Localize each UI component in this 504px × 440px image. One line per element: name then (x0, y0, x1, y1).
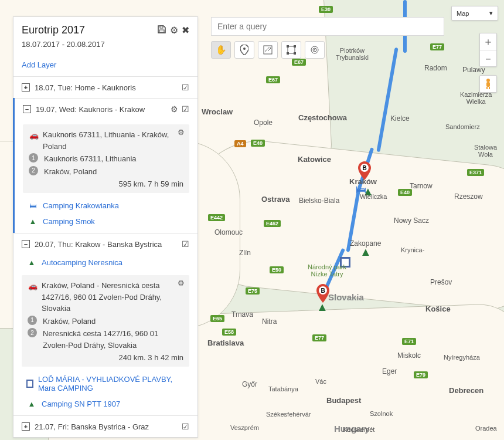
check-icon[interactable]: ☑ (182, 422, 189, 431)
marker-tool-button[interactable] (234, 41, 254, 59)
city-nyiregyhaza: Nyíregyháza (444, 354, 480, 361)
svg-rect-5 (486, 82, 490, 87)
square-icon (26, 380, 33, 388)
city-krakow: Kraków (349, 177, 377, 186)
check-icon[interactable]: ☑ (182, 104, 189, 114)
day-label: 20.07, Thu: Krakow - Banska Bystrica (35, 240, 162, 249)
poi-link[interactable]: Autocamping Neresnica (42, 258, 122, 267)
car-icon: 🚗 (28, 280, 38, 292)
svg-point-4 (486, 79, 490, 82)
day-label: 21.07, Fri: Banska Bystrica - Graz (35, 422, 149, 431)
poi-link[interactable]: Camping SN PTT 1907 (42, 400, 120, 408)
city-nitra: Nitra (262, 317, 277, 326)
collapse-icon: – (23, 105, 31, 113)
gear-icon[interactable]: ⚙ (178, 128, 185, 137)
park-label-tatry: Národný park Nízke Tatry (308, 263, 346, 277)
day-label: 18.07, Tue: Home - Kauknoris (35, 83, 136, 92)
city-eger: Eger (382, 367, 397, 375)
close-icon[interactable]: ✖ (182, 25, 189, 36)
map-type-selector[interactable]: Map ▾ (451, 6, 498, 21)
car-icon: 🚗 (29, 130, 39, 141)
road-e67: E67 (266, 76, 280, 83)
waypoint-badge-1: 1 (28, 316, 37, 325)
city-bratislava: Bratislava (207, 339, 244, 347)
city-wroclaw: Wroclaw (202, 107, 233, 116)
city-bielsko: Bielsko-Biala (299, 197, 339, 205)
circle-tool-button[interactable] (305, 41, 325, 59)
pan-tool-button[interactable]: ✋ (211, 41, 231, 59)
check-icon[interactable]: ☑ (182, 239, 189, 249)
streetview-pegman[interactable] (479, 75, 497, 93)
tent-icon: ▲ (26, 400, 37, 408)
route-tool-button[interactable] (258, 41, 278, 59)
zoom-out-button[interactable]: － (480, 50, 496, 66)
svg-text:B: B (362, 165, 366, 171)
city-kosice: Košice (425, 304, 451, 313)
city-pulawy: Pulawy (462, 66, 485, 74)
gear-icon[interactable]: ⚙ (171, 104, 178, 114)
check-icon[interactable]: ☑ (182, 83, 189, 92)
city-vac: Vác (315, 378, 326, 385)
route-segment-2[interactable]: ⚙ 🚗Kraków, Poland - Neresnická cesta 142… (22, 275, 189, 367)
poi-3[interactable]: ▲ Autocamping Neresnica (13, 255, 197, 270)
poi-1[interactable]: 🛏 Camping Krakowianka (15, 198, 197, 214)
road-e77: E77 (312, 334, 326, 341)
expand-icon: + (22, 83, 30, 92)
city-zlin: Zlín (239, 249, 251, 257)
city-olomouc: Olomouc (214, 228, 243, 236)
polygon-tool-button[interactable] (281, 41, 301, 59)
poi-5[interactable]: ▲ Camping SN PTT 1907 (13, 396, 197, 415)
waypoint-1: Kauknoris 67311, Lithuania (44, 153, 137, 165)
poi-link[interactable]: LOĎ MÁRIA - VYHLIADKOVÉ PLAVBY, Mara CAM… (38, 375, 189, 392)
svg-point-8 (243, 48, 246, 50)
zoom-in-button[interactable]: ＋ (480, 33, 496, 50)
zoom-control: ＋ － (479, 33, 497, 67)
city-presov: Prešov (430, 278, 452, 286)
day-row-3[interactable]: + 21.07, Fri: Banska Bystrica - Graz ☑ (13, 415, 197, 437)
day-row-2[interactable]: – 20.07, Thu: Krakow - Banska Bystrica ☑ (13, 233, 197, 255)
road-e77b: E77 (430, 43, 444, 50)
road-e371: E371 (467, 169, 484, 176)
day-row-1[interactable]: – 19.07, Wed: Kauknoris - Krakow ⚙ ☑ (15, 98, 197, 120)
poi-4[interactable]: LOĎ MÁRIA - VYHLIADKOVÉ PLAVBY, Mara CAM… (13, 371, 197, 396)
gear-icon[interactable]: ⚙ (178, 279, 185, 287)
bed-icon: 🛏 (28, 201, 38, 210)
svg-point-17 (314, 49, 315, 50)
chevron-down-icon: ▾ (489, 9, 493, 17)
city-stalowa: Stalowa Wola (467, 144, 504, 158)
road-e67b: E67 (292, 59, 306, 66)
gear-icon[interactable]: ⚙ (170, 25, 178, 36)
day-1-panel: – 19.07, Wed: Kauknoris - Krakow ⚙ ☑ ⚙ 🚗… (13, 98, 197, 233)
city-opole: Opole (254, 119, 273, 127)
road-e40b: E40 (398, 189, 412, 196)
day-row-0[interactable]: + 18.07, Tue: Home - Kauknoris ☑ (13, 76, 197, 98)
road-e75: E75 (246, 287, 260, 295)
city-kielce: Kielce (390, 114, 410, 123)
route-title: Kauknoris 67311, Lithuania - Kraków, Pol… (43, 129, 183, 152)
city-wieliczka: Wieliczka (360, 193, 387, 200)
city-kecskemet: Kecskemét (343, 426, 374, 433)
tent-icon: ▲ (28, 217, 38, 226)
city-piotrkow: Piotrków Trybunalski (336, 47, 369, 61)
svg-rect-11 (287, 45, 289, 48)
road-e50: E50 (270, 266, 284, 273)
city-rzeszow: Rzeszow (454, 192, 483, 201)
city-ostrava: Ostrava (261, 195, 290, 204)
poi-link[interactable]: Camping Krakowianka (43, 201, 119, 210)
city-czestochowa: Częstochowa (298, 113, 347, 122)
search-input[interactable] (211, 17, 444, 36)
route-segment-1[interactable]: ⚙ 🚗Kauknoris 67311, Lithuania - Kraków, … (23, 124, 189, 193)
save-icon[interactable] (157, 25, 166, 36)
poi-2[interactable]: ▲ Camping Smok (15, 214, 197, 233)
poi-link[interactable]: Camping Smok (43, 217, 95, 226)
svg-rect-9 (264, 46, 272, 54)
map-marker-tent-3[interactable]: ▲ (316, 300, 328, 314)
add-layer-link[interactable]: Add Layer (13, 55, 197, 76)
map-type-label: Map (457, 10, 469, 17)
city-szekes: Székesfehérvár (266, 411, 311, 418)
svg-rect-19 (159, 30, 164, 32)
svg-rect-6 (486, 87, 488, 89)
city-tatabanya: Tatabánya (268, 385, 298, 392)
city-katowice: Katowice (298, 155, 331, 164)
day-label: 19.07, Wed: Kauknoris - Krakow (36, 105, 145, 114)
